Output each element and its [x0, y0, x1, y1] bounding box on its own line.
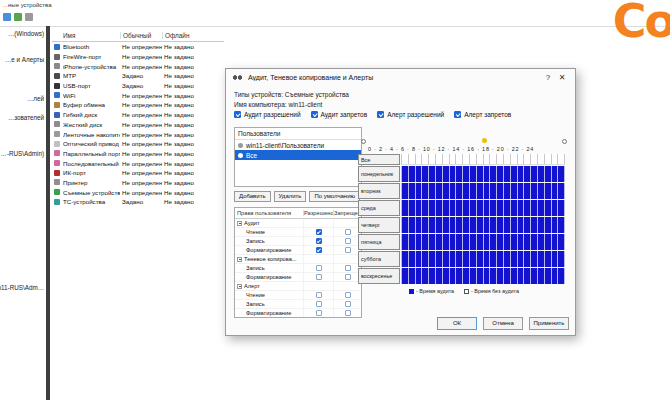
device-row[interactable]: Последовательный п...Не определеноНе зад…: [52, 158, 224, 168]
alert-denied-option[interactable]: Алерт запретов: [454, 111, 511, 118]
panel-splitter[interactable]: [46, 26, 50, 400]
denied-checkbox[interactable]: [345, 229, 351, 235]
denied-checkbox[interactable]: [345, 310, 351, 316]
tree-item[interactable]: …зователей: [8, 114, 44, 121]
audit-allowed-option[interactable]: Аудит разрешений: [234, 111, 301, 118]
user-item[interactable]: Все: [235, 150, 361, 160]
allowed-checkbox[interactable]: [316, 247, 322, 253]
removable-device-icon: [54, 189, 60, 195]
audit-allowed-checkbox[interactable]: [234, 111, 241, 118]
alert-denied-checkbox[interactable]: [454, 111, 461, 118]
device-row[interactable]: USB-портЗаданоНе задано: [52, 81, 224, 91]
rights-row[interactable]: Чтение: [235, 291, 361, 300]
allowed-checkbox[interactable]: [316, 274, 322, 280]
column-header-regular[interactable]: Обычный: [120, 32, 162, 39]
schedule-grid-monday[interactable]: [401, 166, 565, 182]
device-row[interactable]: Параллельный портНе определеноНе задано: [52, 149, 224, 159]
day-button-saturday[interactable]: суббота: [358, 251, 400, 267]
day-button-wednesday[interactable]: среда: [358, 200, 400, 216]
audit-denied-checkbox[interactable]: [311, 111, 318, 118]
add-user-button[interactable]: Добавить: [234, 191, 271, 202]
cancel-button[interactable]: Отмена: [483, 317, 523, 330]
device-row[interactable]: Съемные устройстваНе определеноНе задано: [52, 187, 224, 197]
collapse-icon[interactable]: [237, 284, 242, 289]
toolbar-icon-1[interactable]: [3, 13, 11, 21]
schedule-grid-wednesday[interactable]: [401, 200, 565, 216]
allowed-checkbox[interactable]: [316, 229, 322, 235]
app-window: …ные устройства …(Windows) …е и Алерты ……: [0, 0, 670, 400]
rights-header: Права пользователя Разрешено Запрещено: [235, 208, 361, 219]
rights-row[interactable]: Форматирование: [235, 246, 361, 255]
tree-item[interactable]: …-RUS\Admin): [1, 150, 44, 157]
denied-checkbox[interactable]: [345, 301, 351, 307]
toolbar-icon-3[interactable]: [25, 13, 33, 21]
schedule-grid-thursday[interactable]: [401, 217, 565, 233]
device-row[interactable]: Гибкий дискНе определеноНе задано: [52, 110, 224, 120]
day-button-monday[interactable]: понедельник: [358, 166, 400, 182]
apply-button[interactable]: Применить: [529, 317, 569, 330]
audit-denied-option[interactable]: Аудит запретов: [311, 111, 368, 118]
device-row[interactable]: ТС-устройстваЗаданоНе задано: [52, 197, 224, 207]
rights-row[interactable]: Запись: [235, 300, 361, 309]
schedule-grid-all[interactable]: [401, 154, 565, 165]
denied-checkbox[interactable]: [345, 274, 351, 280]
tree-item[interactable]: …лей: [27, 95, 44, 102]
rights-group-row[interactable]: Теневое копирова...: [235, 255, 361, 264]
day-button-sunday[interactable]: воскресенье: [358, 268, 400, 284]
rights-row[interactable]: Форматирование: [235, 309, 361, 317]
device-row[interactable]: BluetoothНе определеноНе задано: [52, 42, 224, 52]
toolbar-icon-2[interactable]: [14, 13, 22, 21]
device-row[interactable]: ПринтерНе определеноНе задано: [52, 178, 224, 188]
close-icon[interactable]: ✕: [555, 73, 569, 82]
device-row[interactable]: Жесткий дискНе определеноНе задано: [52, 120, 224, 130]
device-row[interactable]: Оптический приводНе определеноНе задано: [52, 139, 224, 149]
user-item[interactable]: win11-client\Пользователи: [235, 140, 361, 150]
rights-row[interactable]: Форматирование: [235, 273, 361, 282]
schedule-grid-tuesday[interactable]: [401, 183, 565, 199]
allowed-checkbox[interactable]: [316, 310, 322, 316]
denied-checkbox[interactable]: [345, 292, 351, 298]
rights-row[interactable]: Запись: [235, 237, 361, 246]
help-button[interactable]: ?: [541, 73, 555, 82]
day-button-all[interactable]: Все: [358, 154, 400, 165]
device-row[interactable]: iPhone-устройстваНе определеноНе задано: [52, 61, 224, 71]
tree-item[interactable]: …е и Алерты: [5, 56, 44, 63]
device-row[interactable]: ИК-портНе определеноНе задано: [52, 168, 224, 178]
day-button-thursday[interactable]: четверг: [358, 217, 400, 233]
denied-checkbox[interactable]: [345, 265, 351, 271]
allowed-checkbox[interactable]: [316, 265, 322, 271]
allowed-checkbox[interactable]: [316, 238, 322, 244]
day-button-friday[interactable]: пятница: [358, 234, 400, 250]
tree-item[interactable]: …(Windows): [8, 30, 44, 37]
column-header-offline[interactable]: Офлайн: [162, 32, 202, 39]
serial-port-icon: [54, 160, 60, 166]
column-header-name[interactable]: Имя: [52, 32, 120, 39]
rights-group-row[interactable]: Аудит: [235, 219, 361, 228]
day-button-tuesday[interactable]: вторник: [358, 183, 400, 199]
tree-item[interactable]: Win11-RUS\Adm…: [0, 284, 44, 291]
hours-scale: 0 · 2 · 4 · 6 · 8 · 10 · 12 · 14 · 16 · …: [368, 146, 566, 152]
collapse-icon[interactable]: [237, 221, 242, 226]
collapse-icon[interactable]: [237, 257, 242, 262]
delete-user-button[interactable]: Удалить: [274, 191, 307, 202]
schedule-grid-sunday[interactable]: [401, 268, 565, 284]
denied-checkbox[interactable]: [345, 238, 351, 244]
schedule-grid-friday[interactable]: [401, 234, 565, 250]
ok-button[interactable]: ОК: [437, 317, 477, 330]
device-row[interactable]: Ленточные накопите...Не определеноНе зад…: [52, 129, 224, 139]
alert-allowed-option[interactable]: Алерт разрешений: [377, 111, 444, 118]
allowed-checkbox[interactable]: [316, 292, 322, 298]
device-row[interactable]: FireWire-портНе определеноНе задано: [52, 52, 224, 62]
default-button[interactable]: По умолчанию: [309, 191, 360, 202]
allowed-checkbox[interactable]: [316, 301, 322, 307]
device-row[interactable]: Буфер обменаНе определеноНе задано: [52, 100, 224, 110]
rights-group-row[interactable]: Алерт: [235, 282, 361, 291]
rights-row[interactable]: Запись: [235, 264, 361, 273]
rights-row[interactable]: Чтение: [235, 228, 361, 237]
denied-checkbox[interactable]: [345, 247, 351, 253]
device-row[interactable]: WiFiНе определеноНе задано: [52, 90, 224, 100]
alert-allowed-checkbox[interactable]: [377, 111, 384, 118]
schedule-grid-saturday[interactable]: [401, 251, 565, 267]
device-row[interactable]: MTPЗаданоНе задано: [52, 71, 224, 81]
infrared-port-icon: [54, 170, 60, 176]
